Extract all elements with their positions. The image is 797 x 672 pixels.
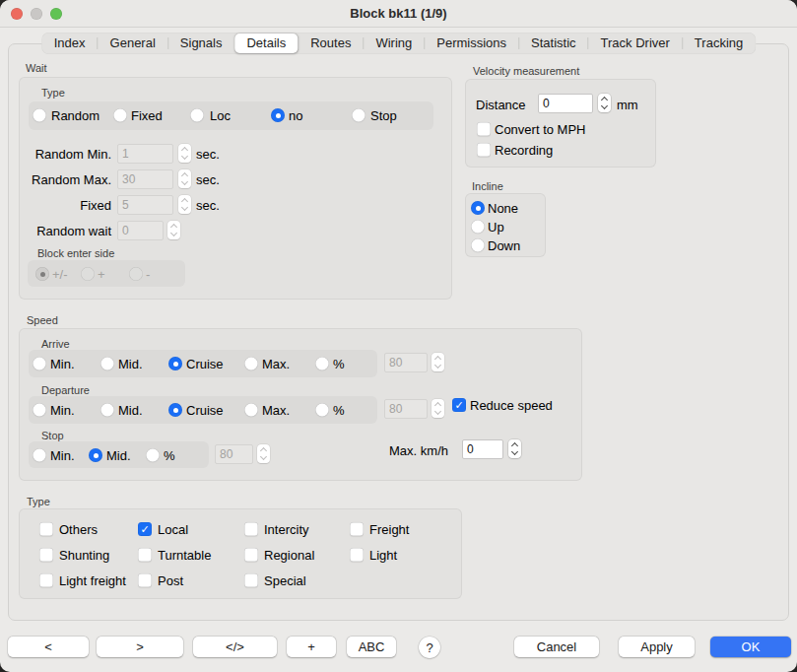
type-local-label[interactable]: Local [158,522,188,537]
radio-wait-random[interactable] [33,108,46,122]
arrive-value-field [384,353,428,372]
tab-tracking[interactable]: Tracking [683,34,755,53]
recording-label[interactable]: Recording [495,143,553,158]
convert-mph-label[interactable]: Convert to MPH [495,122,585,137]
random-min-field [117,144,173,164]
radio-incline-up[interactable] [471,220,485,234]
radio-arrive-mid-label[interactable]: Mid. [118,357,143,371]
random-max-label: Random Max. [20,172,111,187]
radio-arrive-cruise[interactable] [168,357,182,370]
departure-label: Departure [41,384,90,396]
distance-field[interactable] [538,94,593,113]
tab-wiring[interactable]: Wiring [364,34,424,53]
radio-arrive-percent[interactable] [315,357,329,370]
reduce-speed-checkbox[interactable] [452,398,466,412]
radio-stop-mid[interactable] [89,448,102,462]
tab-general[interactable]: General [99,34,167,53]
tab-statistic[interactable]: Statistic [519,34,588,53]
type-freight-checkbox[interactable] [350,522,364,536]
cancel-button[interactable]: Cancel [514,637,599,657]
radio-stop-mid-label[interactable]: Mid. [106,448,131,463]
type-light-label[interactable]: Light [369,548,397,563]
radio-stop-percent[interactable] [146,448,160,462]
radio-stop-percent-label[interactable]: % [164,448,175,463]
type-post-label[interactable]: Post [158,573,183,588]
radio-departure-cruise[interactable] [168,403,182,417]
convert-mph-checkbox[interactable] [477,122,491,136]
stop-label: Stop [41,430,64,441]
radio-arrive-cruise-label[interactable]: Cruise [186,357,224,371]
tab-permissions[interactable]: Permissions [425,34,518,53]
radio-departure-percent[interactable] [315,403,329,417]
type-regional-label[interactable]: Regional [264,548,314,563]
radio-departure-percent-label[interactable]: % [333,403,345,418]
radio-incline-down-label[interactable]: Down [488,238,520,253]
add-button[interactable]: + [287,637,336,657]
apply-button[interactable]: Apply [619,637,695,657]
radio-departure-max-label[interactable]: Max. [262,403,290,418]
radio-incline-none-label[interactable]: None [488,201,518,216]
type-intercity-checkbox[interactable] [244,522,258,536]
type-others-label[interactable]: Others [59,522,98,537]
radio-departure-min[interactable] [33,403,46,417]
type-shunting-label[interactable]: Shunting [59,548,109,563]
tab-signals[interactable]: Signals [168,34,234,53]
code-button[interactable]: </> [193,637,277,657]
radio-wait-no[interactable] [271,108,285,122]
radio-arrive-percent-label[interactable]: % [333,357,345,371]
radio-wait-stop[interactable] [352,108,365,122]
radio-departure-mid[interactable] [100,403,114,417]
type-turntable-label[interactable]: Turntable [158,548,211,563]
radio-incline-down[interactable] [471,238,485,252]
type-shunting-checkbox[interactable] [39,548,53,562]
radio-stop-min[interactable] [33,448,46,462]
help-button[interactable]: ? [419,637,440,658]
recording-checkbox[interactable] [477,143,491,157]
radio-incline-none[interactable] [471,201,485,215]
radio-departure-mid-label[interactable]: Mid. [118,403,143,418]
fixed-stepper [178,195,191,214]
ok-button[interactable]: OK [710,637,791,657]
tab-index[interactable]: Index [42,34,98,53]
type-light-freight-label[interactable]: Light freight [59,573,126,588]
max-kmh-stepper[interactable] [508,439,521,458]
radio-arrive-min-label[interactable]: Min. [50,357,75,371]
abc-button[interactable]: ABC [347,637,396,657]
tab-routes[interactable]: Routes [299,34,363,53]
radio-departure-min-label[interactable]: Min. [50,403,75,418]
radio-stop-min-label[interactable]: Min. [50,448,75,463]
reduce-speed-label[interactable]: Reduce speed [470,398,553,413]
tab-details[interactable]: Details [234,34,298,53]
distance-stepper[interactable] [598,94,611,112]
type-special-checkbox[interactable] [244,573,258,587]
radio-departure-cruise-label[interactable]: Cruise [186,403,224,418]
next-block-button[interactable]: > [97,637,183,657]
type-turntable-checkbox[interactable] [138,548,152,562]
radio-wait-fixed[interactable] [113,108,127,122]
radio-arrive-mid[interactable] [100,357,114,370]
type-intercity-label[interactable]: Intercity [264,522,309,537]
max-kmh-field[interactable] [462,439,503,459]
type-light-checkbox[interactable] [350,548,364,562]
radio-incline-up-label[interactable]: Up [488,220,504,235]
radio-arrive-max[interactable] [244,357,258,370]
type-others-checkbox[interactable] [39,522,53,536]
type-special-label[interactable]: Special [264,573,306,588]
type-local-checkbox[interactable] [138,522,152,536]
radio-wait-random-label[interactable]: Random [51,108,100,123]
radio-arrive-min[interactable] [33,357,46,370]
tab-track-driver[interactable]: Track Driver [589,34,682,53]
radio-arrive-max-label[interactable]: Max. [262,357,290,371]
radio-wait-stop-label[interactable]: Stop [370,108,397,123]
type-regional-checkbox[interactable] [244,548,258,562]
type-light-freight-checkbox[interactable] [39,573,53,587]
prev-block-button[interactable]: < [8,637,89,657]
radio-wait-loc[interactable] [190,108,204,122]
type-freight-label[interactable]: Freight [369,522,409,537]
fixed-unit: sec. [196,198,220,213]
type-post-checkbox[interactable] [138,573,152,587]
radio-wait-no-label[interactable]: no [289,108,302,123]
radio-departure-max[interactable] [244,403,258,417]
radio-wait-fixed-label[interactable]: Fixed [131,108,163,123]
radio-wait-loc-label[interactable]: Loc [210,108,231,123]
